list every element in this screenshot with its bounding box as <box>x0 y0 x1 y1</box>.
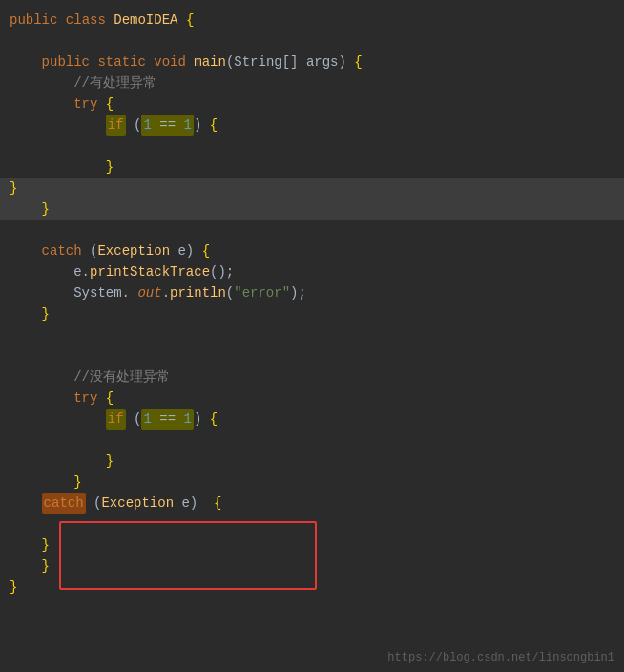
keyword-void: void <box>154 52 186 73</box>
code-line-8: } <box>0 157 624 178</box>
code-line-2 <box>0 31 624 52</box>
if-highlight-2: if <box>106 409 126 430</box>
if-highlight-1: if <box>106 115 126 136</box>
keyword-static: static <box>97 52 145 73</box>
code-editor: public class DemoIDEA { public static vo… <box>0 0 624 672</box>
code-line-15: } <box>0 304 624 325</box>
code-line-9: } <box>0 178 624 199</box>
code-line-10: } <box>0 199 624 220</box>
condition-highlight-1: 1 == 1 <box>141 115 193 136</box>
code-line-13: e. printStackTrace (); <box>0 262 624 283</box>
code-line-12: catch ( Exception e) { <box>0 241 624 262</box>
code-line-5: try { <box>0 94 624 115</box>
code-line-26: } <box>0 535 624 556</box>
keyword-public: public <box>10 10 57 31</box>
comment-1: //有处理异常 <box>73 73 156 94</box>
code-line-19: try { <box>0 388 624 409</box>
keyword-class: class <box>66 10 106 31</box>
code-line-20: if ( 1 == 1 ) { <box>0 409 624 430</box>
code-line-23: } <box>0 472 624 493</box>
code-line-11 <box>0 220 624 241</box>
class-name: DemoIDEA <box>114 10 177 31</box>
code-line-27: } <box>0 556 624 577</box>
condition-highlight-2: 1 == 1 <box>141 409 193 430</box>
code-line-18: //没有处理异常 <box>0 367 624 388</box>
code-line-14: System. out . println ( "error" ); <box>0 283 624 304</box>
keyword-out: out <box>137 283 161 304</box>
code-line-21 <box>0 430 624 451</box>
code-line-4: //有处理异常 <box>0 73 624 94</box>
string-error: "error" <box>234 283 290 304</box>
code-line-28: } <box>0 577 624 598</box>
keyword-try1: try <box>73 94 97 115</box>
keyword-catch1: catch <box>42 241 82 262</box>
comment-2: //没有处理异常 <box>73 367 170 388</box>
keyword-try2: try <box>73 388 97 409</box>
keyword-catch2-highlighted: catch <box>42 493 86 514</box>
code-line-17 <box>0 346 624 367</box>
code-line-24: catch ( Exception e) { <box>0 493 624 514</box>
method-println: println <box>170 283 226 304</box>
code-line-7 <box>0 136 624 157</box>
method-print: printStackTrace <box>90 262 210 283</box>
code-line-16 <box>0 325 624 346</box>
keyword-public2: public <box>42 52 90 73</box>
method-main: main <box>194 52 226 73</box>
url-watermark: https://blog.csdn.net/linsongbin1 <box>387 651 614 664</box>
code-line-25 <box>0 514 624 535</box>
code-line-6: if ( 1 == 1 ) { <box>0 115 624 136</box>
code-line-1: public class DemoIDEA { <box>0 10 624 31</box>
code-line-22: } <box>0 451 624 472</box>
code-line-3: public static void main (String[] args) … <box>0 52 624 73</box>
